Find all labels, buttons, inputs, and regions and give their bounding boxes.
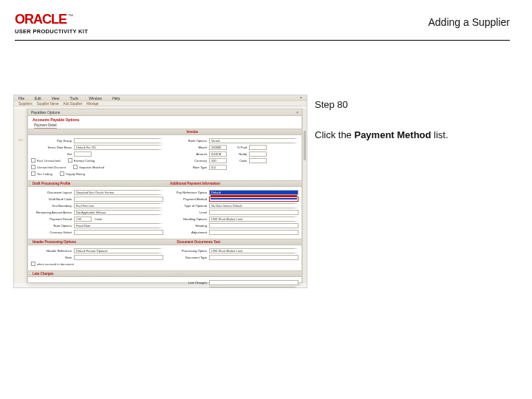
- menu-item[interactable]: Help: [112, 96, 120, 100]
- label: Amount: [166, 152, 209, 156]
- code-field[interactable]: [249, 158, 267, 163]
- label: Document Layout: [31, 191, 74, 194]
- checkbox-label: Exempt Coding: [74, 159, 95, 163]
- level-field[interactable]: [209, 210, 299, 215]
- section-title-left: Header Processing Options: [28, 240, 81, 244]
- bank-options-select[interactable]: Varied: [209, 138, 299, 143]
- checkbox-label: Supply Rating: [66, 172, 85, 176]
- checkbox[interactable]: [73, 165, 78, 169]
- dialog-close-icon[interactable]: ×: [296, 110, 299, 115]
- terms-date-basis-select[interactable]: Default For OU: [74, 145, 163, 150]
- section-title-right: Additional Payment Information: [170, 182, 220, 185]
- section-header-processing: Header Processing Options Document Occur…: [28, 239, 301, 245]
- tab-payment-detail[interactable]: Payment Detail: [34, 123, 57, 129]
- amount-field[interactable]: 0100 M: [209, 151, 227, 157]
- section-header-late-charges: Late Charges: [28, 270, 301, 277]
- handling-options-select[interactable]: USD Short Market Limit: [209, 216, 299, 222]
- breadcrumb[interactable]: Supplier Name: [37, 102, 59, 105]
- label: Code: [95, 217, 102, 221]
- left-ruler: 150: [14, 109, 27, 283]
- notify-field[interactable]: [249, 151, 267, 157]
- note-field[interactable]: [74, 255, 163, 260]
- label: Header Reference: [31, 249, 74, 253]
- checkbox[interactable]: [31, 262, 35, 266]
- checkbox[interactable]: [31, 158, 35, 163]
- menu-item[interactable]: Tools: [69, 96, 78, 100]
- payment-method-select[interactable]: [209, 197, 299, 202]
- label: Draft Bank Code: [31, 197, 74, 201]
- checkbox[interactable]: [31, 171, 35, 176]
- label: Late Charges: [166, 281, 209, 284]
- dialog-titlebar: Payables Options ×: [28, 109, 301, 116]
- close-icon[interactable]: ×: [300, 96, 304, 100]
- header-divider: [15, 40, 510, 41]
- label: Currency Select: [31, 231, 74, 234]
- match-field[interactable]: 500000: [209, 145, 227, 150]
- document-title: Adding a Supplier: [428, 16, 510, 28]
- label: Bank Options: [166, 139, 209, 143]
- payment-period-field[interactable]: 2 M: [74, 216, 92, 222]
- section-title-left: Draft Processing Profile: [28, 182, 75, 185]
- draft-bank-code-field[interactable]: [74, 197, 163, 202]
- label: Rate Options: [31, 224, 74, 228]
- checkbox[interactable]: [68, 158, 72, 163]
- step-instruction: Click the Payment Method list.: [315, 129, 507, 142]
- label: Processing Option: [166, 249, 209, 253]
- label: Handling Options: [166, 217, 209, 221]
- logo-trademark: ™: [68, 13, 73, 18]
- adjustment-field[interactable]: [209, 230, 299, 235]
- rate-type-field[interactable]: 0-0: [209, 165, 227, 170]
- late-charge-option-select[interactable]: USD Short Market Limit: [209, 287, 299, 289]
- remaining-amount-action-select[interactable]: Not Applicable Without: [74, 210, 163, 215]
- dialog-heading: Accounts Payable Options: [28, 116, 301, 123]
- instruction-prefix: Click the: [315, 129, 354, 140]
- label: Rate Type: [166, 166, 209, 169]
- scrollbar-thumb[interactable]: [304, 131, 306, 160]
- checkbox-label: Unmatched Discount: [37, 166, 66, 169]
- app-titlebar: File Edit View Tools Window Help ×: [14, 95, 307, 101]
- dialog-window: Payables Options × Accounts Payable Opti…: [27, 109, 302, 283]
- menu-item[interactable]: Window: [89, 96, 102, 100]
- rate-options-select[interactable]: Fixed Rate: [74, 223, 163, 228]
- currency-select-field[interactable]: [74, 230, 163, 235]
- type-of-optional-select[interactable]: No Data Values Default: [209, 203, 299, 208]
- breadcrumb[interactable]: Add Supplier: [64, 102, 83, 105]
- label: Note: [31, 256, 74, 259]
- pay-reference-option-field[interactable]: Default: [209, 190, 299, 195]
- menu-item[interactable]: Edit: [35, 96, 41, 100]
- header-reference-select[interactable]: Default Format Optional: [74, 248, 163, 253]
- label: Type of Optional: [166, 204, 209, 208]
- section-title-right: Document Occurrence Test: [177, 240, 220, 244]
- heading-field[interactable]: [209, 223, 299, 228]
- checkbox-label: Tax Coding: [37, 172, 52, 176]
- pay-group-select[interactable]: [74, 138, 163, 143]
- app-menubar: File Edit View Tools Window Help: [14, 95, 307, 101]
- checkbox[interactable]: [31, 165, 35, 169]
- late-charges-field[interactable]: [209, 280, 299, 285]
- step-number: Step 80: [315, 99, 507, 110]
- set-field[interactable]: [74, 151, 92, 157]
- currency-field[interactable]: 500: [209, 158, 227, 163]
- menu-item[interactable]: View: [52, 96, 60, 100]
- document-type-field[interactable]: [209, 255, 299, 260]
- label: Level: [166, 211, 209, 214]
- label: Match: [166, 146, 209, 149]
- pct-paid-field[interactable]: [249, 145, 267, 150]
- product-name: USER PRODUCTIVITY KIT: [15, 28, 510, 35]
- label: Notify: [227, 152, 249, 156]
- processing-option-select[interactable]: USD Short Market Limit: [209, 248, 299, 253]
- screenshot-panel: File Edit View Tools Window Help × Suppl…: [13, 95, 307, 288]
- label: Set: [31, 152, 74, 156]
- checkbox[interactable]: [60, 171, 64, 176]
- breadcrumb[interactable]: Suppliers: [18, 102, 33, 105]
- label: Test Boundary: [31, 204, 74, 208]
- document-layout-select[interactable]: Standard Non Oracle Format: [74, 190, 163, 195]
- vertical-scrollbar[interactable]: [302, 109, 307, 283]
- section-header-draft: Draft Processing Profile Additional Paym…: [28, 180, 301, 187]
- breadcrumb[interactable]: Manage: [86, 102, 98, 105]
- breadcrumb-bar: Suppliers Supplier Name Add Supplier Man…: [14, 101, 307, 106]
- test-boundary-select[interactable]: Excl Fed Line: [74, 203, 163, 208]
- menu-item[interactable]: File: [18, 96, 24, 100]
- label: Terms Date Basis: [31, 146, 74, 149]
- section-title-right: Invoice: [186, 130, 198, 134]
